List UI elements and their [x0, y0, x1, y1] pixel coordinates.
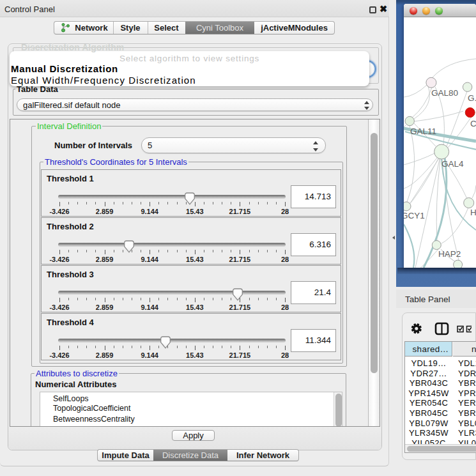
- svg-text:G.: G.: [468, 93, 476, 103]
- svg-text:GAL80: GAL80: [431, 88, 458, 98]
- svg-text:H: H: [470, 208, 476, 217]
- svg-text:GAL11: GAL11: [410, 127, 436, 136]
- svg-text:HAP2: HAP2: [438, 249, 461, 259]
- svg-text:GAL4: GAL4: [441, 159, 464, 169]
- svg-text:C: C: [470, 119, 476, 128]
- svg-text:GCY1: GCY1: [404, 211, 425, 220]
